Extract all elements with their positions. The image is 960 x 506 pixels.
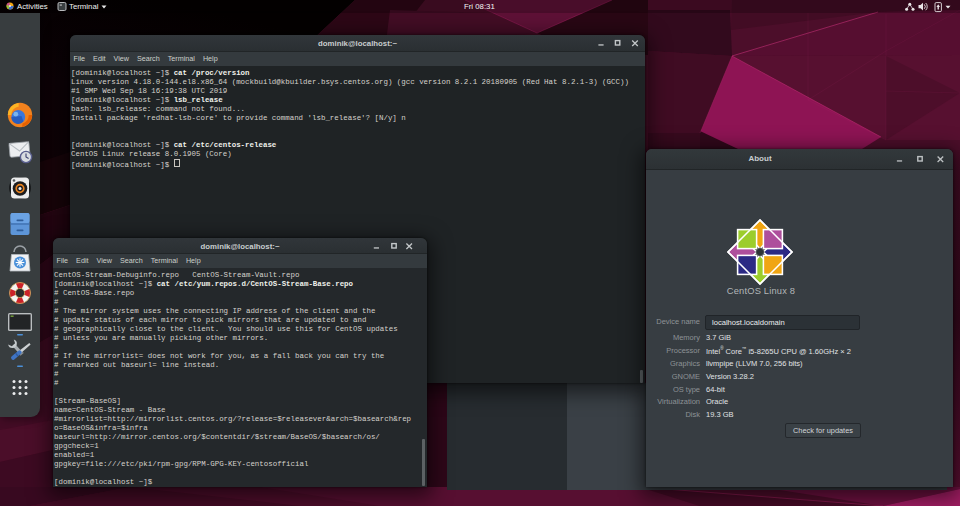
svg-text:Terminal: Terminal xyxy=(69,2,99,11)
svg-text:Fri 08:31: Fri 08:31 xyxy=(464,2,495,11)
svg-text:Activities: Activities xyxy=(17,2,48,11)
